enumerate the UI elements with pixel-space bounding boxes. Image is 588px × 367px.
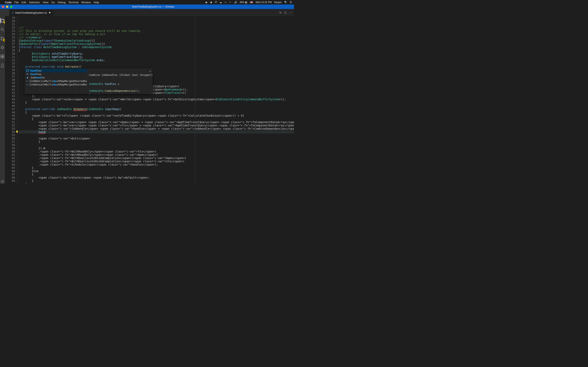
code-line[interactable]: { — [18, 111, 294, 114]
code-line[interactable] — [18, 104, 294, 108]
code-line[interactable]: <span class="c-kw">if</span> (<span clas… — [18, 114, 294, 117]
code-line[interactable]: /// </summary> — [18, 36, 294, 39]
window-close[interactable] — [2, 6, 4, 8]
volume-icon[interactable]: 🔊 — [234, 1, 237, 4]
completion-item[interactable]: ◆JobHandle — [25, 76, 87, 79]
code-line[interactable]: { — [18, 173, 294, 176]
code-line[interactable]: protected override void OnCreate() — [18, 65, 294, 68]
code-line[interactable]: hand💡 — [18, 130, 294, 133]
window-titlebar: NoteTimeBakingSystem.cs — Onmaku — [0, 4, 294, 9]
code-line[interactable]: <span class="c-kw">return</span> <span c… — [18, 176, 294, 179]
activity-explorer[interactable]: 1 — [0, 18, 5, 23]
code-editor[interactable]: 1920212223242526272829303132333435363738… — [5, 16, 294, 184]
menu-go[interactable]: Go — [51, 1, 55, 4]
svg-point-9 — [2, 181, 3, 182]
tab-filename: NoteTimeBakingSystem.cs — [15, 11, 47, 14]
discord-icon[interactable]: ◉ — [210, 1, 212, 4]
window-minimize[interactable] — [6, 6, 8, 8]
completion-item[interactable]: ⊶IJobUnsafeMultiHashMapMergedSharedKeyIn… — [25, 83, 87, 86]
svg-point-4 — [1, 47, 3, 48]
code-line[interactable]: else — [18, 169, 294, 173]
activity-test[interactable] — [0, 63, 5, 68]
completion-item[interactable]: ⊶IJobNativeMultiHashMapMergedSharedKeyIn… — [25, 79, 87, 83]
code-line[interactable]: <span class="c-var">Enti</span> — [18, 137, 294, 140]
code-line[interactable]: { — [18, 49, 294, 52]
input-source[interactable]: 🇺🇸 — [250, 1, 253, 4]
code-line[interactable] — [18, 143, 294, 147]
svg-rect-7 — [1, 57, 2, 58]
window-zoom[interactable] — [10, 6, 12, 8]
code-line[interactable]: /// — [18, 26, 294, 29]
code-line[interactable]: [UpdateInGroup(typeof(OnmakuSimulationGr… — [18, 39, 294, 42]
completion-item[interactable]: handles — [25, 69, 87, 72]
display-icon[interactable]: ▭ — [224, 1, 227, 4]
tab-open-file[interactable]: C NoteTimeBakingSystem.cs — [9, 9, 53, 16]
code-line[interactable]: <span class="c-kw">var</span> <span clas… — [18, 120, 294, 124]
code-line[interactable]: protected override JobHandle OnUpdate(Jo… — [18, 108, 294, 111]
menu-view[interactable]: View — [43, 1, 48, 4]
lightbulb-icon[interactable]: 💡 — [16, 130, 18, 133]
code-line[interactable]: }).W — [18, 147, 294, 150]
activity-scm[interactable]: 23 — [0, 36, 5, 41]
code-line[interactable]: .<span class="c-fn">WithDeallocateOnJobC… — [18, 156, 294, 160]
code-line[interactable]: } — [18, 101, 294, 104]
more-actions-icon[interactable]: ⋯ — [289, 11, 292, 14]
code-line[interactable]: .<span class="c-fn">WithDeallocateOnJobC… — [18, 160, 294, 163]
activity-debug[interactable] — [0, 45, 5, 50]
code-line[interactable]: } — [18, 166, 294, 169]
unity-icon[interactable]: ⏏ — [205, 1, 208, 4]
code-line[interactable]: { — [18, 140, 294, 143]
wifi-icon[interactable]: ᯤ — [229, 1, 232, 4]
code-line[interactable] — [18, 62, 294, 65]
menu-file[interactable]: File — [15, 1, 19, 4]
code-line[interactable]: EntityQuery bpmTimeTravelQuery; — [18, 55, 294, 58]
code-line[interactable]: ); — [18, 94, 294, 98]
app-menu[interactable]: Code — [5, 1, 12, 4]
tab-modified-dot — [49, 12, 51, 13]
menu-window[interactable]: Window — [81, 1, 91, 4]
completion-label: IJobNativeMultiHashMapMergedSharedKeyIn.… — [29, 79, 96, 83]
menu-selection[interactable]: Selection — [29, 1, 40, 4]
menu-debug[interactable]: Debug — [58, 1, 66, 4]
window-title: NoteTimeBakingSystem.cs — Onmaku — [132, 5, 174, 8]
split-editor-icon[interactable]: ◫ — [284, 11, 287, 14]
completion-item[interactable]: ⊡handles — [25, 72, 87, 76]
code-line[interactable]: } — [18, 183, 294, 184]
control-center-icon[interactable]: ☰ — [290, 1, 292, 4]
dropbox-icon[interactable]: ⛈ — [215, 1, 217, 4]
code-line[interactable]: EndSimulationEntityCommandBufferSystem e… — [18, 58, 294, 62]
spotlight-icon[interactable]: 🔍 — [284, 1, 287, 4]
code-line[interactable] — [18, 133, 294, 137]
activity-search[interactable] — [0, 27, 5, 32]
activity-extensions[interactable] — [0, 54, 5, 59]
svg-point-2 — [1, 39, 2, 40]
completion-label: JobHandle — [30, 76, 45, 79]
code-line[interactable]: .<span class="c-fn">WithReadOnly</span>(… — [18, 153, 294, 156]
clock[interactable]: Wed 10:32 PM — [255, 1, 272, 4]
csharp-file-icon: C — [12, 11, 14, 14]
close-icon[interactable]: × — [149, 70, 151, 73]
code-line[interactable]: internal class NoteTimeBakingSystem : Jo… — [18, 45, 294, 49]
svg-point-0 — [1, 28, 3, 30]
menu-edit[interactable]: Edit — [21, 1, 26, 4]
activity-settings[interactable] — [0, 179, 5, 184]
code-line[interactable]: .<span class="c-fn">Schedule</span>(<spa… — [18, 163, 294, 166]
menu-help[interactable]: Help — [94, 1, 99, 4]
code-line[interactable]: } — [18, 179, 294, 183]
code-line[interactable]: <span class="c-var">ecbs</span> = <span … — [18, 98, 294, 101]
code-line[interactable]: /// This is blocking system, in real pla… — [18, 29, 294, 33]
code-line[interactable]: /// In editor, it is fine if we lag for … — [18, 33, 294, 36]
compare-changes-icon[interactable]: ⇆ — [279, 11, 282, 14]
cloud-icon[interactable]: ☁ — [219, 1, 222, 4]
menu-terminal[interactable]: Terminal — [68, 1, 78, 4]
user-name[interactable]: 5argon — [274, 1, 282, 4]
intellisense-popup[interactable]: handles⊡handles◆JobHandle⊶IJobNativeMult… — [25, 69, 152, 94]
battery-status[interactable]: 46% ◧ — [240, 1, 248, 4]
code-line[interactable]: { — [18, 117, 294, 120]
code-line[interactable]: [UpdateAfter(typeof(BpmTimeTravelProcess… — [18, 42, 294, 45]
code-line[interactable]: .<span class="c-fn">WithReadOnly</span>(… — [18, 150, 294, 153]
completion-label: handles — [30, 72, 42, 76]
code-line[interactable]: EntityQuery noteTimeDirtyQuery; — [18, 52, 294, 55]
code-line[interactable]: <span class="c-var">JobHandle</span> <sp… — [18, 127, 294, 130]
code-line[interactable]: <span class="c-kw">var</span> <span clas… — [18, 124, 294, 127]
